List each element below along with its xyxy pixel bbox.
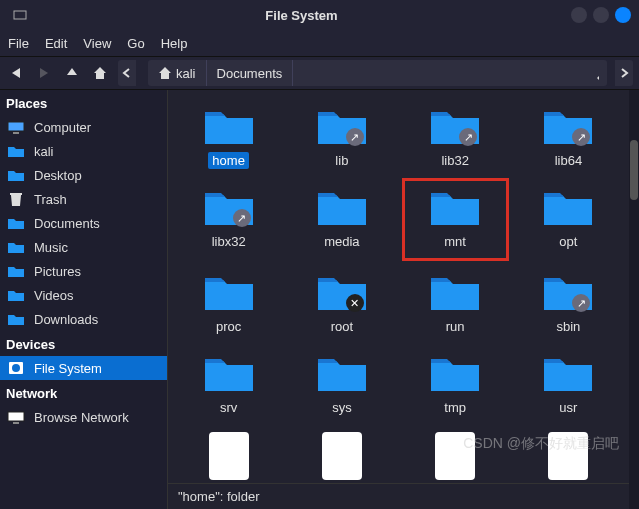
sidebar-item-trash[interactable]: Trash — [0, 187, 167, 211]
disk-icon — [6, 360, 26, 376]
sidebar-item-computer[interactable]: Computer — [0, 115, 167, 139]
vertical-scrollbar[interactable] — [629, 90, 639, 509]
forward-button[interactable] — [34, 63, 54, 83]
statusbar: "home": folder — [168, 483, 629, 509]
folder-item-mnt[interactable]: mnt — [403, 179, 508, 260]
file-icon — [209, 432, 249, 480]
trash-icon — [6, 191, 26, 207]
path-label-documents: Documents — [217, 66, 283, 81]
folder-item-libx32[interactable]: ↗libx32 — [176, 179, 281, 260]
path-seg-home[interactable]: kali — [148, 60, 207, 86]
sidebar-item-label: Trash — [34, 192, 67, 207]
menu-go[interactable]: Go — [127, 36, 144, 51]
svg-rect-2 — [13, 132, 19, 134]
path-seg-documents[interactable]: Documents — [207, 60, 294, 86]
monitor-icon — [6, 119, 26, 135]
folder-label: run — [442, 318, 469, 335]
folder-item-usr[interactable]: usr — [516, 345, 621, 422]
back-button[interactable] — [6, 63, 26, 83]
sidebar-item-label: Pictures — [34, 264, 81, 279]
menu-edit[interactable]: Edit — [45, 36, 67, 51]
folder-icon: ↗ — [314, 104, 370, 148]
folder-label: root — [327, 318, 357, 335]
folder-icon — [540, 351, 596, 395]
app-icon — [8, 8, 32, 22]
sidebar-item-downloads[interactable]: Downloads — [0, 307, 167, 331]
sidebar-item-kali[interactable]: kali — [0, 139, 167, 163]
symlink-emblem-icon: ↗ — [346, 128, 364, 146]
svg-rect-6 — [8, 412, 24, 421]
sidebar-head-network: Network — [0, 380, 167, 405]
sidebar-item-pictures[interactable]: Pictures — [0, 259, 167, 283]
sidebar-item-label: Computer — [34, 120, 91, 135]
file-item[interactable] — [516, 426, 621, 483]
folder-item-lib[interactable]: ↗lib — [289, 98, 394, 175]
svg-point-5 — [12, 364, 20, 372]
folder-item-root[interactable]: ✕root — [289, 264, 394, 341]
menu-file[interactable]: File — [8, 36, 29, 51]
sidebar-item-desktop[interactable]: Desktop — [0, 163, 167, 187]
folder-item-run[interactable]: run — [403, 264, 508, 341]
folder-blue-icon — [6, 239, 26, 255]
path-back-button[interactable] — [118, 60, 136, 86]
toolbar: kali Documents — [0, 56, 639, 90]
close-button[interactable] — [615, 7, 631, 23]
folder-label: lib32 — [437, 152, 472, 169]
noaccess-emblem-icon: ✕ — [346, 294, 364, 312]
folder-label: lib64 — [551, 152, 586, 169]
folder-item-opt[interactable]: opt — [516, 179, 621, 260]
file-item[interactable] — [289, 426, 394, 483]
folder-icon — [201, 351, 257, 395]
svg-rect-7 — [13, 422, 19, 424]
folder-item-lib32[interactable]: ↗lib32 — [403, 98, 508, 175]
folder-label: proc — [212, 318, 245, 335]
folder-item-proc[interactable]: proc — [176, 264, 281, 341]
path-edit-button[interactable] — [587, 63, 607, 83]
sidebar-item-videos[interactable]: Videos — [0, 283, 167, 307]
folder-icon — [201, 270, 257, 314]
sidebar-item-file-system[interactable]: File System — [0, 356, 167, 380]
sidebar-head-devices: Devices — [0, 331, 167, 356]
symlink-emblem-icon: ↗ — [459, 128, 477, 146]
file-item[interactable] — [403, 426, 508, 483]
folder-item-home[interactable]: home — [176, 98, 281, 175]
folder-label: mnt — [440, 233, 470, 250]
sidebar-item-browse-network[interactable]: Browse Network — [0, 405, 167, 429]
sidebar-item-music[interactable]: Music — [0, 235, 167, 259]
folder-grid-scroll[interactable]: home↗lib↗lib32↗lib64↗libx32mediamntoptpr… — [168, 90, 629, 483]
sidebar-item-label: Downloads — [34, 312, 98, 327]
folder-icon: ✕ — [314, 270, 370, 314]
folder-item-sys[interactable]: sys — [289, 345, 394, 422]
path-forward-button[interactable] — [615, 60, 633, 86]
sidebar-head-places: Places — [0, 90, 167, 115]
folder-item-srv[interactable]: srv — [176, 345, 281, 422]
svg-rect-3 — [10, 193, 22, 195]
minimize-button[interactable] — [571, 7, 587, 23]
path-label-kali: kali — [176, 66, 196, 81]
folder-item-tmp[interactable]: tmp — [403, 345, 508, 422]
menu-view[interactable]: View — [83, 36, 111, 51]
maximize-button[interactable] — [593, 7, 609, 23]
folder-item-sbin[interactable]: ↗sbin — [516, 264, 621, 341]
folder-blue-icon — [6, 311, 26, 327]
folder-label: sbin — [552, 318, 584, 335]
menubar: File Edit View Go Help — [0, 30, 639, 56]
sidebar-item-documents[interactable]: Documents — [0, 211, 167, 235]
network-icon — [6, 409, 26, 425]
folder-icon — [540, 185, 596, 229]
scrollbar-thumb[interactable] — [630, 140, 638, 200]
status-text: "home": folder — [178, 489, 260, 504]
folder-item-media[interactable]: media — [289, 179, 394, 260]
home-button[interactable] — [90, 63, 110, 83]
folder-item-lib64[interactable]: ↗lib64 — [516, 98, 621, 175]
folder-label: srv — [216, 399, 241, 416]
up-button[interactable] — [62, 63, 82, 83]
titlebar: File System — [0, 0, 639, 30]
file-item[interactable] — [176, 426, 281, 483]
folder-label: lib — [331, 152, 352, 169]
folder-label: sys — [328, 399, 356, 416]
window-title: File System — [32, 8, 571, 23]
sidebar-item-label: Browse Network — [34, 410, 129, 425]
folder-icon — [314, 351, 370, 395]
menu-help[interactable]: Help — [161, 36, 188, 51]
